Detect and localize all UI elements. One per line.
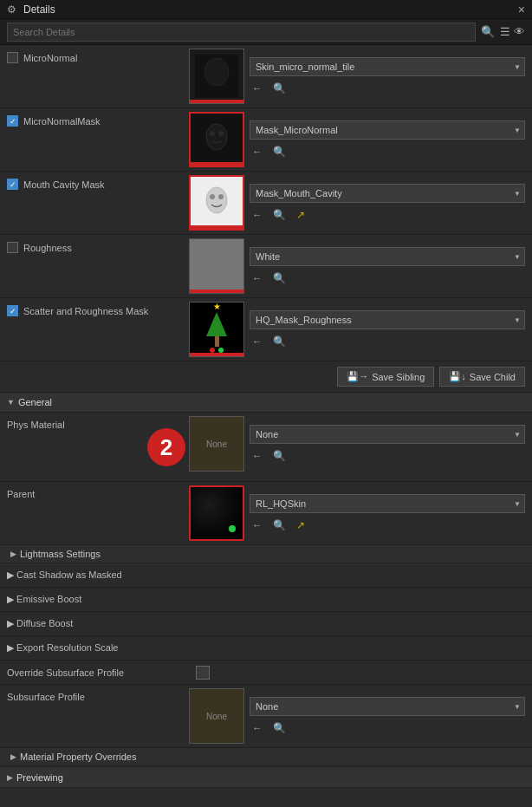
emissive-boost-row: ▶ Emissive Boost xyxy=(0,588,532,612)
override-subsurface-content xyxy=(196,666,525,680)
subsurface-profile-reset-btn[interactable]: ← xyxy=(250,721,265,735)
svg-point-9 xyxy=(218,194,224,199)
override-subsurface-checkbox[interactable] xyxy=(196,666,210,680)
title-bar: ⚙ Details × xyxy=(0,0,532,19)
scatterroughnessmask-checkbox[interactable] xyxy=(7,305,18,316)
mouthcavitymask-select-wrapper[interactable]: Mask_Mouth_Cavity xyxy=(250,184,525,203)
parent-content: RL_HQSkin ← 🔍 ↗ xyxy=(189,485,525,541)
general-section-header[interactable]: ▼ General xyxy=(0,393,532,413)
micronormal-thumb[interactable] xyxy=(189,49,244,104)
search-input[interactable] xyxy=(7,23,476,42)
material-property-overrides-header[interactable]: ▶ Material Property Overrides xyxy=(0,748,532,766)
scatterroughnessmask-right: HQ_Mask_Roughness ← 🔍 xyxy=(250,310,525,348)
search-bar: 🔍 ☰ 👁 xyxy=(0,19,532,45)
micronormalmask-checkbox[interactable] xyxy=(7,115,18,127)
svg-point-8 xyxy=(210,194,215,199)
micronormal-right: Skin_micro_normal_tile ← 🔍 xyxy=(250,57,525,95)
scatterroughnessmask-thumb[interactable]: ★ xyxy=(189,302,244,357)
micronormalmask-reset-btn[interactable]: ← xyxy=(250,145,265,159)
close-button[interactable]: × xyxy=(518,3,525,16)
search-icon[interactable]: 🔍 xyxy=(481,25,495,38)
subsurface-profile-dropdown[interactable]: None xyxy=(250,697,525,716)
scatterroughnessmask-row: Scatter and Roughness Mask ★ xyxy=(0,298,532,361)
list-view-icon[interactable]: ☰ xyxy=(500,25,510,38)
physmaterial-right: None ← 🔍 xyxy=(250,425,525,463)
mouthcavitymask-texture-row: Mask_Mouth_Cavity ← 🔍 ↗ xyxy=(189,175,525,231)
subsurface-profile-thumb[interactable]: None xyxy=(189,688,244,744)
micronormalmask-dropdown[interactable]: Mask_MicroNormal xyxy=(250,120,525,140)
save-sibling-button[interactable]: 💾→ Save Sibling xyxy=(337,367,434,387)
mouthcavitymask-search-btn[interactable]: 🔍 xyxy=(270,208,289,222)
mouthcavitymask-thumb[interactable] xyxy=(189,175,244,231)
subsurface-profile-search-btn[interactable]: 🔍 xyxy=(270,721,289,735)
roughness-select-wrapper[interactable]: White xyxy=(250,247,525,266)
parent-select-wrapper[interactable]: RL_HQSkin xyxy=(250,494,525,513)
mouthcavitymask-checkbox[interactable] xyxy=(7,179,18,190)
scatterroughnessmask-reset-btn[interactable]: ← xyxy=(250,335,265,348)
micronormalmask-search-btn[interactable]: 🔍 xyxy=(270,145,289,159)
main-scroll-area: MicroNormal Skin_micro_normal_tile xyxy=(0,45,532,807)
svg-point-7 xyxy=(206,187,227,213)
physmaterial-thumb[interactable]: None xyxy=(189,416,244,472)
mouthcavitymask-dropdown[interactable]: Mask_Mouth_Cavity xyxy=(250,184,525,203)
subsurface-profile-select-wrapper[interactable]: None xyxy=(250,697,525,716)
roughness-thumb[interactable] xyxy=(189,238,244,294)
micronormal-label: MicroNormal xyxy=(7,49,189,63)
save-sibling-icon: 💾→ xyxy=(347,371,368,382)
micronormal-reset-btn[interactable]: ← xyxy=(250,81,265,95)
lightmass-section-header[interactable]: ▶ Lightmass Settings xyxy=(0,545,532,563)
micronormal-search-btn[interactable]: 🔍 xyxy=(270,81,289,95)
mouthcavitymask-external-btn[interactable]: ↗ xyxy=(294,208,308,222)
sphere-green-dot xyxy=(229,525,236,532)
physmaterial-row: 2 Phys Material None None xyxy=(0,413,532,482)
roughness-texture-row: White ← 🔍 xyxy=(189,238,525,294)
mouthcavitymask-action-row: ← 🔍 ↗ xyxy=(250,208,525,222)
micronormal-select-wrapper[interactable]: Skin_micro_normal_tile xyxy=(250,57,525,76)
roughness-dropdown-row: White xyxy=(250,247,525,266)
physmaterial-action-row: ← 🔍 xyxy=(250,449,525,463)
micronormal-row: MicroNormal Skin_micro_normal_tile xyxy=(0,45,532,108)
override-subsurface-row: Override Subsurface Profile xyxy=(0,661,532,685)
parent-row: Parent RL_HQSkin ← xyxy=(0,482,532,545)
micronormal-checkbox[interactable] xyxy=(7,52,18,63)
roughness-content: White ← 🔍 xyxy=(189,238,525,294)
svg-point-4 xyxy=(210,131,215,136)
parent-thumb[interactable] xyxy=(189,485,244,541)
mouthcavitymask-reset-btn[interactable]: ← xyxy=(250,208,265,222)
eye-icon[interactable]: 👁 xyxy=(514,25,525,38)
subsurface-profile-row: Subsurface Profile None None xyxy=(0,685,532,748)
physmaterial-select-wrapper[interactable]: None xyxy=(250,425,525,444)
micronormal-dropdown[interactable]: Skin_micro_normal_tile xyxy=(250,57,525,76)
micronormal-texture-row: Skin_micro_normal_tile ← 🔍 xyxy=(189,49,525,104)
parent-dropdown[interactable]: RL_HQSkin xyxy=(250,494,525,513)
parent-action-row: ← 🔍 ↗ xyxy=(250,518,525,532)
roughness-checkbox[interactable] xyxy=(7,242,18,253)
subsurface-profile-label: Subsurface Profile xyxy=(7,688,189,702)
parent-reset-btn[interactable]: ← xyxy=(250,518,265,532)
roughness-reset-btn[interactable]: ← xyxy=(250,271,265,285)
roughness-action-row: ← 🔍 xyxy=(250,271,525,285)
micronormalmask-select-wrapper[interactable]: Mask_MicroNormal xyxy=(250,120,525,140)
physmaterial-dropdown[interactable]: None xyxy=(250,425,525,444)
scatterroughnessmask-search-btn[interactable]: 🔍 xyxy=(270,335,289,348)
physmaterial-search-btn[interactable]: 🔍 xyxy=(270,449,289,463)
scatterroughnessmask-content: ★ H xyxy=(189,302,525,357)
physmaterial-content: None None ← 🔍 xyxy=(189,416,525,472)
micronormalmask-thumb[interactable] xyxy=(189,112,244,167)
micronormalmask-preview xyxy=(195,118,238,161)
save-child-button[interactable]: 💾↓ Save Child xyxy=(439,367,525,387)
scatterroughnessmask-dropdown[interactable]: HQ_Mask_Roughness xyxy=(250,310,525,329)
scatterroughnessmask-select-wrapper[interactable]: HQ_Mask_Roughness xyxy=(250,310,525,329)
parent-external-btn[interactable]: ↗ xyxy=(294,518,308,532)
physmaterial-reset-btn[interactable]: ← xyxy=(250,449,265,463)
roughness-dropdown[interactable]: White xyxy=(250,247,525,266)
previewing-section-header[interactable]: ▶ Previewing xyxy=(0,768,532,788)
micronormal-content: Skin_micro_normal_tile ← 🔍 xyxy=(189,49,525,104)
svg-point-5 xyxy=(218,131,224,136)
roughness-search-btn[interactable]: 🔍 xyxy=(270,271,289,285)
lightmass-arrow-icon: ▶ xyxy=(10,550,16,558)
parent-search-btn[interactable]: 🔍 xyxy=(270,518,289,532)
mouthcavitymask-content: Mask_Mouth_Cavity ← 🔍 ↗ xyxy=(189,175,525,231)
physmaterial-texture-row: None None ← 🔍 xyxy=(189,416,525,472)
save-buttons-row: 💾→ Save Sibling 💾↓ Save Child xyxy=(0,361,532,393)
